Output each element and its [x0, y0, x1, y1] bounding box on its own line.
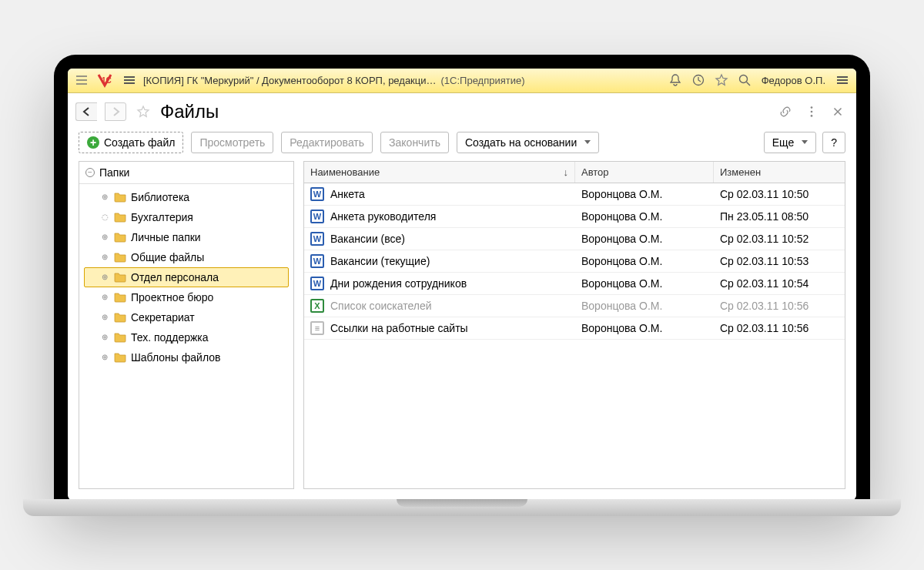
create-file-label: Создать файл [104, 136, 175, 149]
app-logo-icon: 1C [95, 72, 116, 89]
tree-item[interactable]: ⊕Проектное бюро [84, 287, 289, 307]
cell-name: XСписок соискателей [304, 295, 575, 317]
text-file-icon: ≡ [310, 321, 324, 335]
expand-icon[interactable]: ⊕ [100, 273, 109, 282]
tree-item-label: Проектное бюро [131, 291, 213, 303]
tree-item[interactable]: ⊕Тех. поддержка [84, 327, 289, 347]
expand-icon[interactable]: ⊕ [100, 233, 109, 242]
expand-icon[interactable]: ⊕ [100, 193, 109, 202]
tree-item-label: Личные папки [131, 231, 201, 243]
create-file-button[interactable]: + Создать файл [79, 132, 183, 153]
tree-item[interactable]: ⊕Общие файлы [84, 247, 289, 267]
tree-item-label: Библиотека [131, 191, 189, 203]
tree-item[interactable]: ⊕Отдел персонала [84, 267, 289, 287]
cell-name: WАнкета [304, 183, 575, 205]
svg-text:1C: 1C [102, 76, 112, 85]
folder-icon [114, 252, 126, 263]
svg-point-4 [811, 110, 813, 112]
help-button[interactable]: ? [822, 132, 845, 153]
link-icon[interactable] [778, 104, 793, 119]
loading-icon: ◌ [100, 213, 109, 222]
grid-row[interactable]: WАнкета руководителяВоронцова О.М.Пн 23.… [304, 206, 845, 228]
grid-row[interactable]: XСписок соискателейВоронцова О.М.Ср 02.0… [304, 295, 845, 317]
burger-icon[interactable] [120, 71, 139, 89]
more-button[interactable]: Еще [764, 132, 817, 153]
cell-name: ≡Ссылки на работные сайты [304, 317, 575, 339]
plus-icon: + [87, 136, 99, 149]
svg-point-5 [811, 115, 813, 117]
page-header: Файлы [68, 93, 856, 129]
tree-item-label: Бухгалтерия [131, 211, 193, 223]
tree-item-label: Шаблоны файлов [131, 351, 220, 364]
tree-root-label: Папки [99, 166, 129, 179]
grid-row[interactable]: ≡Ссылки на работные сайтыВоронцова О.М.С… [304, 317, 845, 340]
expand-icon[interactable]: ⊕ [100, 293, 109, 302]
word-file-icon: W [310, 277, 324, 290]
folder-icon [114, 312, 126, 323]
bell-icon[interactable] [666, 71, 685, 89]
tree-item[interactable]: ⊕Библиотека [84, 187, 289, 207]
cell-modified: Пн 23.05.11 08:50 [714, 206, 845, 226]
expand-icon[interactable]: ⊕ [100, 253, 109, 262]
cell-modified: Ср 02.03.11 10:50 [714, 184, 845, 204]
more-vertical-icon[interactable] [804, 104, 819, 119]
tree-item-label: Секретариат [131, 311, 195, 324]
column-name[interactable]: Наименование ↓ [304, 162, 575, 183]
cell-name: WВакансии (текущие) [304, 250, 575, 272]
finish-button[interactable]: Закончить [380, 132, 449, 153]
search-icon[interactable] [735, 71, 754, 89]
cell-modified: Ср 02.03.11 10:53 [714, 251, 845, 271]
view-button[interactable]: Просмотреть [191, 132, 273, 153]
star-icon[interactable] [712, 71, 731, 89]
toolbar: + Создать файл Просмотреть Редактировать… [68, 129, 856, 161]
grid-row[interactable]: WДни рождения сотрудниковВоронцова О.М.С… [304, 273, 845, 295]
folder-tree: − Папки ⊕Библиотека◌Бухгалтерия⊕Личные п… [79, 161, 294, 489]
svg-point-2 [739, 75, 747, 83]
cell-name: WДни рождения сотрудников [304, 273, 575, 294]
grid-row[interactable]: WВакансии (все)Воронцова О.М.Ср 02.03.11… [304, 228, 845, 250]
window-title: [КОПИЯ] ГК "Меркурий" / Документооборот … [143, 75, 437, 86]
user-menu-icon[interactable] [833, 71, 852, 89]
collapse-icon[interactable]: − [85, 168, 95, 177]
close-icon[interactable] [830, 104, 845, 119]
expand-icon[interactable]: ⊕ [100, 333, 109, 342]
nav-back-button[interactable] [75, 102, 97, 121]
nav-forward-button[interactable] [105, 102, 126, 121]
column-modified[interactable]: Изменен [714, 162, 845, 183]
column-author[interactable]: Автор [575, 162, 714, 183]
edit-button[interactable]: Редактировать [281, 132, 373, 153]
cell-author: Воронцова О.М. [575, 229, 714, 249]
tree-root[interactable]: − Папки [79, 162, 293, 184]
expand-icon[interactable]: ⊕ [100, 353, 109, 362]
expand-icon[interactable]: ⊕ [100, 313, 109, 322]
svg-point-3 [811, 106, 813, 109]
cell-name: WАнкета руководителя [304, 206, 575, 227]
history-icon[interactable] [689, 71, 708, 89]
folder-icon [114, 192, 126, 203]
file-grid: Наименование ↓ Автор Изменен WАнкетаВоро… [303, 161, 845, 489]
grid-row[interactable]: WАнкетаВоронцова О.М.Ср 02.03.11 10:50 [304, 183, 845, 206]
cell-modified: Ср 02.03.11 10:52 [714, 229, 845, 249]
tree-item[interactable]: ⊕Шаблоны файлов [84, 347, 289, 367]
cell-author: Воронцова О.М. [575, 318, 714, 338]
tree-item[interactable]: ⊕Личные папки [84, 227, 289, 247]
cell-author: Воронцова О.М. [575, 251, 714, 271]
cell-author: Воронцова О.М. [575, 296, 714, 316]
title-bar: 1C [КОПИЯ] ГК "Меркурий" / Документообор… [68, 69, 856, 93]
page-title: Файлы [160, 101, 219, 122]
create-from-button[interactable]: Создать на основании [457, 132, 599, 153]
subsystem-label: (1С:Предприятие) [441, 75, 525, 86]
tree-item[interactable]: ◌Бухгалтерия [84, 207, 289, 227]
user-name[interactable]: Федоров О.П. [758, 75, 829, 86]
sort-down-icon: ↓ [564, 166, 569, 178]
tree-item[interactable]: ⊕Секретариат [84, 307, 289, 327]
menu-icon[interactable] [72, 71, 91, 89]
grid-row[interactable]: WВакансии (текущие)Воронцова О.М.Ср 02.0… [304, 250, 845, 273]
folder-icon [114, 292, 126, 303]
favorite-icon[interactable] [134, 102, 152, 121]
word-file-icon: W [310, 254, 324, 268]
cell-author: Воронцова О.М. [575, 273, 714, 293]
folder-icon [114, 232, 126, 243]
folder-icon [114, 272, 126, 283]
grid-header: Наименование ↓ Автор Изменен [304, 162, 845, 183]
